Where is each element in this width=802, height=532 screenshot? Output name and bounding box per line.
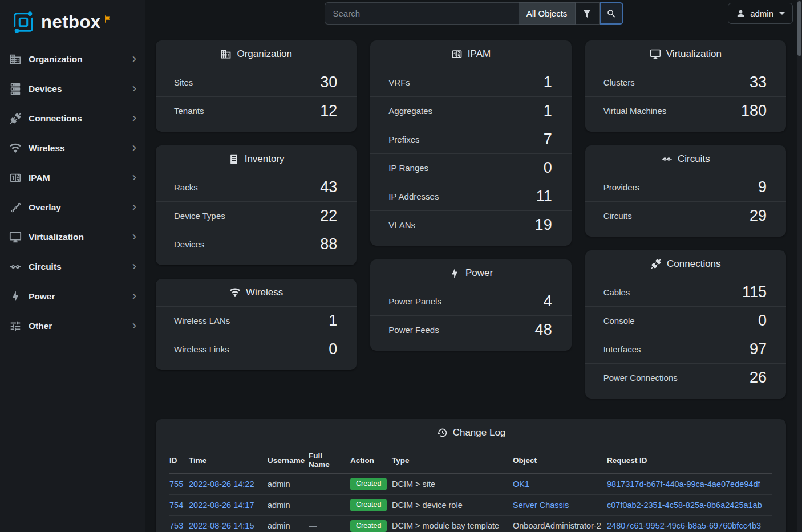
user-menu-button[interactable]: admin (728, 3, 793, 24)
home-logo-link[interactable]: netbox (0, 0, 145, 44)
sidebar-item-circuits[interactable]: Circuits › (0, 252, 145, 282)
search-input[interactable] (325, 2, 519, 25)
sidebar-item-connections[interactable]: Connections › (0, 104, 145, 133)
server-icon (9, 83, 22, 95)
sidebar-item-wireless[interactable]: Wireless › (0, 133, 145, 163)
stat-row-prefixes[interactable]: Prefixes 7 (370, 125, 571, 153)
sidebar-item-devices[interactable]: Devices › (0, 74, 145, 104)
column-header-id[interactable]: ID (169, 446, 189, 474)
change-username: admin (268, 501, 290, 510)
card-virtualization: Virtualization Clusters 33 Virtual Machi… (585, 40, 786, 132)
column-header-request-id[interactable]: Request ID (607, 446, 772, 474)
column-header-time[interactable]: Time (189, 446, 268, 474)
changelog-table: ID Time Username Full Name Action Type O… (169, 446, 772, 532)
stat-row-ip-ranges[interactable]: IP Ranges 0 (370, 153, 571, 182)
stat-row-power-feeds[interactable]: Power Feeds 48 (370, 315, 571, 344)
stat-row-power-panels[interactable]: Power Panels 4 (370, 287, 571, 315)
scrollbar-thumb[interactable] (797, 1, 801, 56)
stat-row-cables[interactable]: Cables 115 (585, 278, 786, 306)
stat-row-virtual-machines[interactable]: Virtual Machines 180 (585, 96, 786, 125)
change-time-link[interactable]: 2022-08-26 14:22 (189, 480, 254, 489)
card-title: Power (465, 267, 493, 279)
stat-row-power-connections[interactable]: Power Connections 26 (585, 363, 786, 392)
sidebar-item-label: Overlay (29, 202, 125, 213)
request-id-link[interactable]: 24807c61-9952-49c6-b8a5-69760bfcc4b3 (607, 521, 761, 530)
stat-row-circuits[interactable]: Circuits 29 (585, 201, 786, 230)
filter-button[interactable] (576, 2, 600, 25)
circuit-nodes-icon (9, 261, 22, 273)
sidebar-item-power[interactable]: Power › (0, 282, 145, 311)
change-time-link[interactable]: 2022-08-26 14:15 (189, 521, 254, 530)
stat-row-providers[interactable]: Providers 9 (585, 173, 786, 201)
stat-row-vlans[interactable]: VLANs 19 (370, 210, 571, 239)
stat-label: VRFs (388, 78, 410, 87)
sidebar-item-virtualization[interactable]: Virtualization › (0, 222, 145, 252)
stat-value: 0 (329, 341, 337, 358)
card-wireless-header: Wireless (156, 279, 357, 306)
card-wireless: Wireless Wireless LANs 1 Wireless Links … (156, 279, 357, 370)
cable-icon (650, 258, 662, 270)
stat-label: Cables (603, 287, 630, 297)
chevron-right-icon: › (132, 201, 136, 215)
filter-icon (582, 9, 592, 19)
change-id-link[interactable]: 753 (169, 521, 183, 530)
column-header-action[interactable]: Action (350, 446, 392, 474)
column-header-object[interactable]: Object (513, 446, 607, 474)
change-id-link[interactable]: 754 (169, 501, 183, 510)
card-circuits-header: Circuits (585, 145, 786, 173)
stat-row-ip-addresses[interactable]: IP Addresses 11 (370, 182, 571, 210)
change-object-link[interactable]: Server Chassis (513, 501, 569, 510)
change-username: admin (268, 521, 290, 530)
sidebar-item-other[interactable]: Other › (0, 311, 145, 341)
column-header-full-name[interactable]: Full Name (309, 446, 350, 474)
stat-row-racks[interactable]: Racks 43 (156, 173, 357, 201)
object-type-selector[interactable]: All Objects (519, 2, 576, 25)
sidebar-item-overlay[interactable]: Overlay › (0, 193, 145, 222)
stat-row-wireless-lans[interactable]: Wireless LANs 1 (156, 306, 357, 335)
search-button[interactable] (600, 2, 623, 25)
request-id-link[interactable]: c07f0ab2-2351-4c58-825a-8b6a2425a1ab (607, 501, 762, 510)
stat-row-tenants[interactable]: Tenants 12 (156, 96, 357, 125)
scrollbar[interactable] (797, 0, 802, 532)
stat-row-sites[interactable]: Sites 30 (156, 68, 357, 96)
stat-label: Tenants (174, 106, 204, 116)
stat-row-wireless-links[interactable]: Wireless Links 0 (156, 335, 357, 363)
column-header-type[interactable]: Type (392, 446, 513, 474)
history-icon (436, 427, 448, 438)
action-badge: Created (350, 520, 387, 532)
card-connections-header: Connections (585, 250, 786, 278)
sidebar-item-label: Other (29, 321, 125, 331)
stat-row-clusters[interactable]: Clusters 33 (585, 68, 786, 96)
stat-value: 9 (758, 179, 767, 196)
stat-value: 1 (544, 74, 552, 91)
chevron-right-icon: › (132, 290, 136, 304)
sidebar-item-organization[interactable]: Organization › (0, 44, 145, 74)
column-header-username[interactable]: Username (268, 446, 309, 474)
card-title: IPAM (468, 48, 491, 60)
sidebar-item-ipam[interactable]: IPAM › (0, 163, 145, 193)
change-time-link[interactable]: 2022-08-26 14:17 (189, 501, 254, 510)
main-area: All Objects admin (145, 0, 802, 532)
change-object-link[interactable]: OK1 (513, 480, 529, 489)
card-title: Change Log (453, 427, 506, 438)
change-username: admin (268, 480, 290, 489)
chevron-right-icon: › (132, 260, 136, 274)
card-organization: Organization Sites 30 Tenants 12 (156, 40, 357, 132)
changelog-card: Change Log ID Time Username Full Name Ac… (156, 419, 786, 532)
stat-row-aggregates[interactable]: Aggregates 1 (370, 96, 571, 125)
change-full-name: — (309, 521, 317, 530)
stat-row-interfaces[interactable]: Interfaces 97 (585, 335, 786, 363)
stat-row-vrfs[interactable]: VRFs 1 (370, 68, 571, 96)
request-id-link[interactable]: 9817317d-b67f-440a-99ca-4ae07ede94df (607, 480, 760, 489)
sidebar-item-label: IPAM (29, 173, 125, 183)
stat-value: 26 (750, 369, 767, 387)
stat-row-device-types[interactable]: Device Types 22 (156, 201, 357, 230)
change-object: OnboardAdministrator-2 (513, 521, 601, 530)
stat-row-console[interactable]: Console 0 (585, 306, 786, 335)
action-badge: Created (350, 478, 387, 490)
change-id-link[interactable]: 755 (169, 480, 183, 489)
flag-icon (103, 15, 112, 23)
stat-value: 43 (320, 179, 337, 196)
search-group: All Objects (325, 2, 623, 25)
stat-row-devices[interactable]: Devices 88 (156, 230, 357, 258)
